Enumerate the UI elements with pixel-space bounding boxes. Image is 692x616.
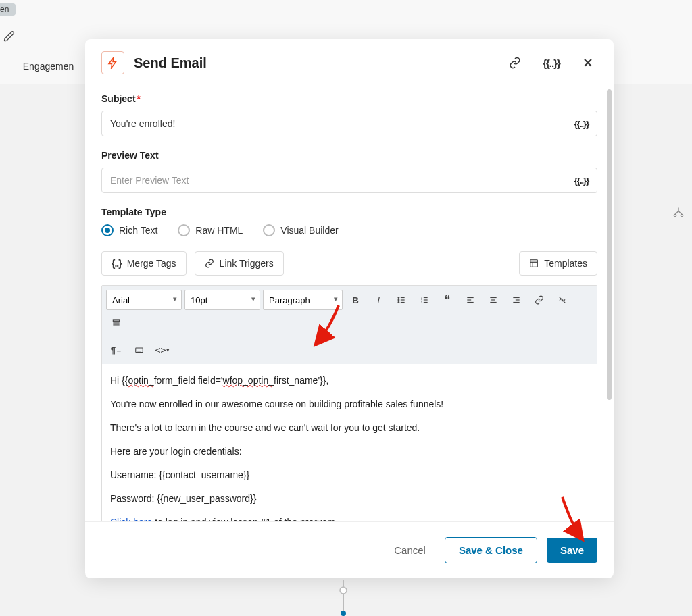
- link-triggers-button[interactable]: Link Triggers: [195, 251, 284, 276]
- subject-group: Subject* {{..}}: [101, 93, 597, 136]
- unlink-icon[interactable]: [552, 290, 572, 310]
- lightning-icon: [101, 51, 124, 74]
- paragraph-select[interactable]: Paragraph: [263, 290, 343, 310]
- align-right-icon[interactable]: [506, 290, 526, 310]
- svg-point-9: [398, 302, 399, 303]
- keyboard-icon[interactable]: [129, 340, 149, 360]
- body-line: Click here to log in and view lesson #1 …: [110, 515, 589, 521]
- save-button[interactable]: Save: [547, 538, 597, 563]
- link-icon: [205, 259, 214, 268]
- body-line: Username: {{contact_username}}: [110, 468, 589, 482]
- italic-icon[interactable]: I: [368, 290, 389, 310]
- preview-group: Preview Text {{..}}: [101, 150, 597, 193]
- svg-point-39: [341, 611, 346, 616]
- radio-dot-icon: [101, 224, 114, 236]
- more-icon[interactable]: [106, 313, 126, 333]
- align-left-icon[interactable]: [460, 290, 480, 310]
- bg-nav-engagement[interactable]: Engagemen: [23, 61, 74, 72]
- blockquote-icon[interactable]: “: [437, 290, 458, 310]
- numbered-list-icon[interactable]: 123: [414, 290, 435, 310]
- modal-header: Send Email {{..}}: [85, 39, 614, 86]
- send-email-modal: Send Email {{..}} Subject* {{..}} Previe…: [85, 39, 614, 578]
- svg-rect-2: [530, 260, 538, 267]
- paragraph-mark-icon[interactable]: ¶→: [106, 340, 126, 360]
- merge-tags-icon[interactable]: {{..}}: [542, 53, 561, 72]
- body-line: You're now enrolled in our awesome cours…: [110, 397, 589, 411]
- cancel-button[interactable]: Cancel: [385, 539, 435, 561]
- pencil-icon: [3, 30, 16, 45]
- editor-content[interactable]: Hi {{optin_form_field field='wfop_optin_…: [102, 364, 597, 521]
- code-icon[interactable]: <>▾: [152, 340, 172, 360]
- svg-point-0: [674, 215, 676, 217]
- radio-dot-icon: [178, 224, 190, 236]
- body-link[interactable]: Click here: [110, 517, 152, 521]
- modal-body: Subject* {{..}} Preview Text {{..}} Temp…: [85, 86, 614, 521]
- preview-merge-button[interactable]: {{..}}: [566, 168, 597, 193]
- template-type-label: Template Type: [101, 207, 597, 217]
- scrollbar[interactable]: [607, 89, 612, 400]
- svg-rect-27: [113, 320, 119, 322]
- font-size-select[interactable]: 10pt: [184, 290, 260, 310]
- svg-point-1: [681, 215, 683, 217]
- close-icon[interactable]: [578, 53, 597, 72]
- preview-label: Preview Text: [101, 150, 597, 161]
- font-select[interactable]: Arial: [106, 290, 182, 310]
- merge-tags-button[interactable]: {..} Merge Tags: [101, 251, 187, 276]
- bg-tag: en: [0, 3, 16, 16]
- subject-input[interactable]: [101, 111, 566, 136]
- subject-merge-button[interactable]: {{..}}: [566, 111, 597, 136]
- save-close-button[interactable]: Save & Close: [445, 537, 537, 563]
- required-mark: *: [137, 93, 141, 104]
- bullet-list-icon[interactable]: [391, 290, 412, 310]
- radio-rich-text[interactable]: Rich Text: [101, 224, 157, 236]
- svg-rect-30: [136, 348, 143, 352]
- bg-nav: cts Engagemen: [0, 61, 94, 72]
- radio-dot-icon: [263, 224, 275, 236]
- radio-raw-html[interactable]: Raw HTML: [178, 224, 243, 236]
- svg-point-7: [398, 299, 399, 301]
- svg-point-37: [340, 587, 347, 594]
- split-icon[interactable]: [672, 206, 685, 222]
- workflow-connector-icon: [336, 580, 351, 616]
- body-line: Here are your login credentials:: [110, 444, 589, 459]
- editor-toolbar: Arial 10pt Paragraph B I 123 “ ¶→ <>▾: [102, 286, 597, 364]
- template-icon: [529, 259, 539, 268]
- templates-button[interactable]: Templates: [519, 251, 597, 276]
- align-center-icon[interactable]: [483, 290, 503, 310]
- tagbar: {..} Merge Tags Link Triggers Templates: [101, 251, 597, 276]
- modal-footer: Cancel Save & Close Save: [85, 521, 614, 578]
- svg-point-5: [398, 297, 399, 299]
- subject-label: Subject*: [101, 93, 597, 104]
- bold-icon[interactable]: B: [345, 290, 366, 310]
- body-line: There's a lot to learn in the course and…: [110, 421, 589, 435]
- body-line: Hi {{optin_form_field field='wfop_optin_…: [110, 374, 589, 388]
- modal-title: Send Email: [134, 55, 488, 71]
- svg-text:3: 3: [421, 301, 423, 304]
- radio-visual-builder[interactable]: Visual Builder: [263, 224, 338, 236]
- link-icon[interactable]: [505, 53, 524, 72]
- body-line: Password: {{new_user_password}}: [110, 492, 589, 506]
- merge-glyph-icon: {..}: [112, 258, 122, 269]
- preview-input[interactable]: [101, 168, 566, 193]
- rich-text-editor: Arial 10pt Paragraph B I 123 “ ¶→ <>▾: [101, 285, 597, 521]
- template-type-group: Template Type Rich Text Raw HTML Visual …: [101, 207, 597, 236]
- insert-link-icon[interactable]: [529, 290, 549, 310]
